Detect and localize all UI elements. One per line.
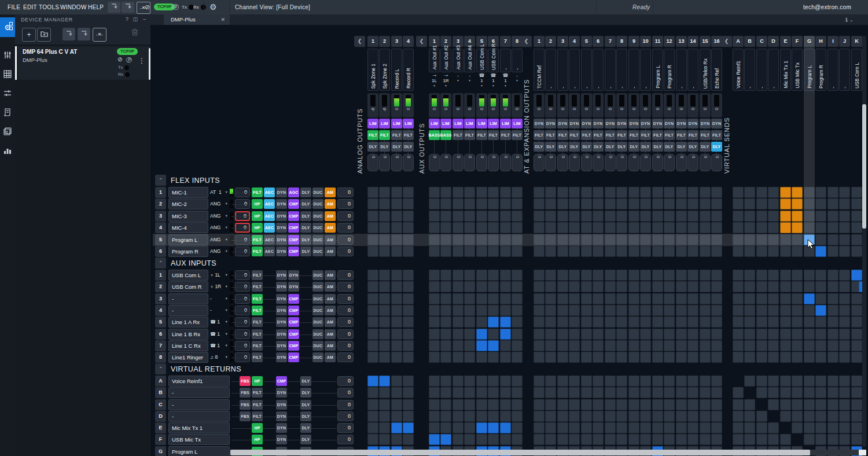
matrix-crosspoint[interactable]: [733, 422, 744, 433]
matrix-crosspoint[interactable]: [780, 305, 791, 316]
input-level-box[interactable]: 0: [337, 294, 354, 304]
input-level-box[interactable]: 0: [337, 223, 354, 233]
dsp-block-dyn[interactable]: DYN: [276, 211, 287, 221]
dsp-block-filt[interactable]: FILT: [664, 130, 675, 140]
matrix-crosspoint[interactable]: [839, 434, 850, 445]
input-port-select[interactable]: ♫ 8▼: [210, 352, 228, 363]
matrix-crosspoint[interactable]: [403, 281, 414, 292]
matrix-crosspoint[interactable]: [593, 352, 604, 363]
dsp-block-lim[interactable]: LIM: [488, 119, 499, 128]
matrix-crosspoint[interactable]: [792, 281, 803, 292]
protocol-icon[interactable]: Ⓟ: [172, 0, 179, 14]
matrix-crosspoint[interactable]: [768, 198, 779, 209]
matrix-crosspoint[interactable]: [851, 187, 862, 198]
matrix-crosspoint[interactable]: [440, 187, 451, 198]
matrix-crosspoint[interactable]: [616, 399, 627, 410]
dsp-block-dyn[interactable]: DYN: [593, 119, 604, 128]
input-level-box[interactable]: 0: [337, 388, 354, 398]
dsp-block-am[interactable]: AM: [325, 352, 336, 362]
matrix-crosspoint[interactable]: [744, 234, 755, 245]
matrix-grid-icon[interactable]: [0, 65, 15, 83]
output-column-number[interactable]: 9: [628, 36, 639, 47]
dsp-block-dyn[interactable]: DYN: [276, 423, 287, 433]
matrix-crosspoint[interactable]: [500, 340, 511, 351]
collapse-section-icon[interactable]: ⌃: [155, 363, 166, 374]
dsp-block-dly[interactable]: DLY: [300, 411, 311, 421]
dsp-block-filt[interactable]: FILT: [252, 411, 263, 421]
matrix-crosspoint[interactable]: [780, 293, 791, 304]
output-level-box[interactable]: 0: [403, 154, 414, 171]
matrix-crosspoint[interactable]: [500, 211, 511, 222]
matrix-crosspoint[interactable]: [379, 211, 390, 222]
matrix-crosspoint[interactable]: [827, 211, 838, 222]
input-level-box[interactable]: 0: [337, 270, 354, 280]
input-level-box[interactable]: 0: [337, 352, 354, 362]
dsp-block-filt[interactable]: FILT: [500, 130, 511, 140]
dsp-block-filt[interactable]: FILT: [557, 130, 568, 140]
matrix-crosspoint[interactable]: [768, 340, 779, 351]
matrix-crosspoint[interactable]: [453, 305, 464, 316]
matrix-crosspoint[interactable]: [744, 422, 755, 433]
matrix-crosspoint[interactable]: [403, 293, 414, 304]
matrix-crosspoint[interactable]: [440, 376, 451, 387]
matrix-crosspoint[interactable]: [379, 198, 390, 209]
matrix-crosspoint[interactable]: [429, 246, 440, 257]
matrix-crosspoint[interactable]: [792, 340, 803, 351]
output-level-box[interactable]: 0: [687, 154, 698, 171]
matrix-crosspoint[interactable]: [628, 270, 639, 281]
matrix-crosspoint[interactable]: [569, 329, 580, 340]
matrix-crosspoint[interactable]: [500, 434, 511, 445]
matrix-crosspoint[interactable]: [488, 198, 499, 209]
output-level-box[interactable]: 0: [545, 154, 556, 171]
matrix-crosspoint[interactable]: [403, 387, 414, 398]
output-column-number[interactable]: 10: [640, 36, 651, 47]
matrix-crosspoint[interactable]: [403, 246, 414, 257]
matrix-crosspoint[interactable]: [440, 198, 451, 209]
output-column-number[interactable]: 3: [391, 36, 402, 47]
matrix-crosspoint[interactable]: [756, 317, 767, 328]
matrix-crosspoint[interactable]: [593, 222, 604, 233]
matrix-crosspoint[interactable]: [581, 329, 592, 340]
matrix-crosspoint[interactable]: [605, 340, 616, 351]
matrix-crosspoint[interactable]: [367, 329, 378, 340]
matrix-crosspoint[interactable]: [593, 211, 604, 222]
matrix-crosspoint[interactable]: [581, 387, 592, 398]
matrix-crosspoint[interactable]: [569, 198, 580, 209]
matrix-crosspoint[interactable]: [391, 317, 402, 328]
matrix-crosspoint-tie[interactable]: [780, 198, 791, 209]
matrix-crosspoint[interactable]: [569, 340, 580, 351]
matrix-crosspoint[interactable]: [780, 352, 791, 363]
input-row-number[interactable]: 7: [155, 340, 166, 351]
dsp-block-dly[interactable]: DLY: [300, 376, 311, 386]
matrix-crosspoint[interactable]: [628, 293, 639, 304]
dsp-block-filt[interactable]: FILT: [252, 329, 263, 339]
matrix-crosspoint[interactable]: [593, 317, 604, 328]
matrix-crosspoint[interactable]: [733, 305, 744, 316]
matrix-crosspoint[interactable]: [453, 376, 464, 387]
dsp-block-dyn[interactable]: DYN: [276, 306, 287, 315]
matrix-crosspoint[interactable]: [512, 317, 523, 328]
send-column-letter[interactable]: D: [768, 36, 779, 47]
matrix-crosspoint[interactable]: [827, 270, 838, 281]
matrix-crosspoint[interactable]: [476, 246, 487, 257]
matrix-crosspoint[interactable]: [569, 211, 580, 222]
dsp-block-dly[interactable]: DLY: [640, 142, 651, 152]
matrix-crosspoint[interactable]: [664, 305, 675, 316]
matrix-crosspoint[interactable]: [851, 399, 862, 410]
input-port-select[interactable]: ♆ 1R▼: [210, 281, 228, 292]
dsp-block-aec[interactable]: AEC: [264, 223, 275, 233]
matrix-crosspoint[interactable]: [616, 376, 627, 387]
matrix-crosspoint[interactable]: [464, 422, 475, 433]
matrix-crosspoint[interactable]: [391, 246, 402, 257]
matrix-crosspoint[interactable]: [780, 317, 791, 328]
matrix-crosspoint[interactable]: [804, 222, 815, 233]
matrix-crosspoint[interactable]: [744, 222, 755, 233]
dsp-block-hp[interactable]: HP: [252, 376, 263, 386]
input-name-field[interactable]: -: [168, 387, 230, 398]
dsp-block-agc[interactable]: AGC: [288, 187, 299, 197]
matrix-crosspoint[interactable]: [733, 399, 744, 410]
input-name-field[interactable]: USB Com L: [168, 270, 208, 281]
matrix-crosspoint[interactable]: [534, 270, 545, 281]
send-column-letter[interactable]: F: [792, 36, 803, 47]
output-port-select[interactable]: ⊸1L▼: [429, 73, 440, 88]
